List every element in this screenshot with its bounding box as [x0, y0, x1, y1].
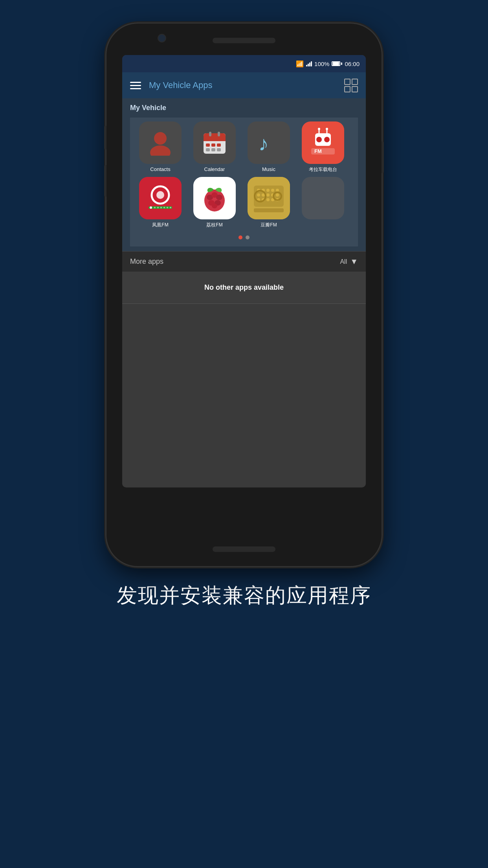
battery-icon	[332, 61, 342, 66]
music-label: Music	[262, 166, 275, 172]
svg-rect-10	[217, 148, 221, 151]
calendar-label: Calendar	[204, 166, 225, 172]
no-apps-area: No other apps available	[122, 272, 366, 304]
douban-icon	[248, 177, 290, 219]
filter-icon[interactable]: ▼	[350, 257, 358, 266]
camera	[158, 34, 166, 42]
app-music[interactable]: ♪ Music	[243, 121, 294, 173]
status-bar: 📶 100%	[122, 55, 366, 72]
filter-area[interactable]: All ▼	[340, 257, 358, 266]
litchi-label: 荔枝FM	[206, 222, 222, 228]
svg-point-22	[326, 128, 328, 130]
empty-label	[322, 222, 324, 228]
more-apps-header: More apps All ▼	[122, 251, 366, 272]
svg-rect-9	[211, 148, 215, 151]
svg-point-40	[212, 204, 217, 208]
filter-all-label: All	[340, 258, 347, 265]
svg-point-48	[257, 193, 260, 197]
svg-rect-6	[211, 143, 215, 147]
volume-down-button	[104, 165, 106, 197]
empty-slot-icon	[302, 177, 344, 219]
wifi-icon: 📶	[296, 60, 304, 68]
apps-row-1: Contacts	[133, 121, 355, 173]
douban-label: 豆瓣FM	[261, 222, 277, 228]
app-litchi[interactable]: 荔枝FM	[189, 177, 240, 228]
phoenix-label: 凤凰FM	[152, 222, 168, 228]
dot-2[interactable]	[246, 235, 250, 239]
app-empty	[297, 177, 349, 228]
svg-rect-5	[206, 143, 210, 147]
battery-percent: 100%	[314, 61, 329, 67]
svg-text:♪: ♪	[259, 132, 269, 155]
app-title: My Vehicle Apps	[149, 80, 212, 90]
phone-screen: 📶 100%	[122, 55, 366, 487]
svg-rect-4	[204, 139, 226, 141]
page-wrapper: 📶 100%	[0, 0, 488, 868]
apps-row-2: 凤凰FM	[133, 177, 355, 228]
svg-point-47	[276, 189, 279, 192]
svg-point-46	[271, 189, 274, 192]
power-button	[382, 142, 384, 173]
svg-point-0	[154, 132, 167, 145]
kaolache-label: 考拉车载电台	[309, 166, 337, 173]
svg-point-30	[160, 207, 162, 208]
music-icon: ♪	[248, 121, 290, 164]
header-left: My Vehicle Apps	[130, 80, 212, 90]
svg-point-1	[150, 145, 171, 156]
more-apps-label: More apps	[130, 257, 163, 266]
hamburger-menu-button[interactable]	[130, 82, 141, 89]
svg-point-55	[266, 198, 270, 201]
svg-point-31	[163, 207, 165, 208]
kaolache-icon: FM	[302, 121, 344, 164]
speaker-top	[213, 38, 275, 43]
svg-point-50	[266, 193, 270, 197]
app-phoenix[interactable]: 凤凰FM	[135, 177, 186, 228]
svg-point-52	[276, 193, 279, 197]
clock: 06:00	[345, 61, 360, 67]
contacts-icon	[139, 121, 182, 164]
dot-1[interactable]	[238, 235, 242, 239]
my-vehicle-section: My Vehicle Contac	[122, 98, 366, 251]
app-header: My Vehicle Apps	[122, 72, 366, 98]
svg-point-45	[266, 189, 270, 192]
svg-point-32	[167, 207, 168, 208]
svg-point-25	[156, 191, 164, 199]
svg-rect-12	[218, 132, 220, 136]
svg-point-27	[150, 206, 152, 209]
svg-rect-8	[206, 148, 210, 151]
pagination-dots	[133, 232, 355, 241]
svg-point-15	[316, 137, 322, 142]
svg-point-16	[324, 137, 330, 142]
apps-grid: Contacts	[130, 118, 358, 246]
svg-point-28	[154, 207, 156, 208]
no-apps-text: No other apps available	[204, 283, 284, 292]
svg-text:FM: FM	[314, 148, 322, 154]
app-douban[interactable]: 豆瓣FM	[243, 177, 294, 228]
svg-rect-7	[217, 143, 221, 147]
contacts-label: Contacts	[150, 166, 170, 172]
app-kaolache[interactable]: FM 考拉车载电台	[297, 121, 349, 173]
signal-icon	[306, 61, 312, 66]
app-contacts[interactable]: Contacts	[135, 121, 186, 173]
svg-point-33	[170, 207, 171, 208]
svg-rect-60	[254, 208, 284, 212]
svg-rect-11	[209, 132, 211, 136]
phone-shell: 📶 100%	[106, 24, 382, 566]
calendar-icon	[193, 121, 236, 164]
svg-point-21	[318, 128, 320, 130]
app-calendar[interactable]: Calendar	[189, 121, 240, 173]
volume-up-button	[104, 126, 106, 149]
svg-point-37	[216, 195, 222, 200]
speaker-bottom	[213, 546, 275, 552]
grid-view-button[interactable]	[344, 79, 358, 92]
litchi-icon	[193, 177, 236, 219]
phoenix-icon	[139, 177, 182, 219]
svg-point-29	[157, 207, 159, 208]
status-icons: 📶 100%	[296, 60, 360, 68]
my-vehicle-label: My Vehicle	[130, 104, 358, 112]
bottom-text: 发现并安装兼容的应用程序	[117, 582, 371, 609]
